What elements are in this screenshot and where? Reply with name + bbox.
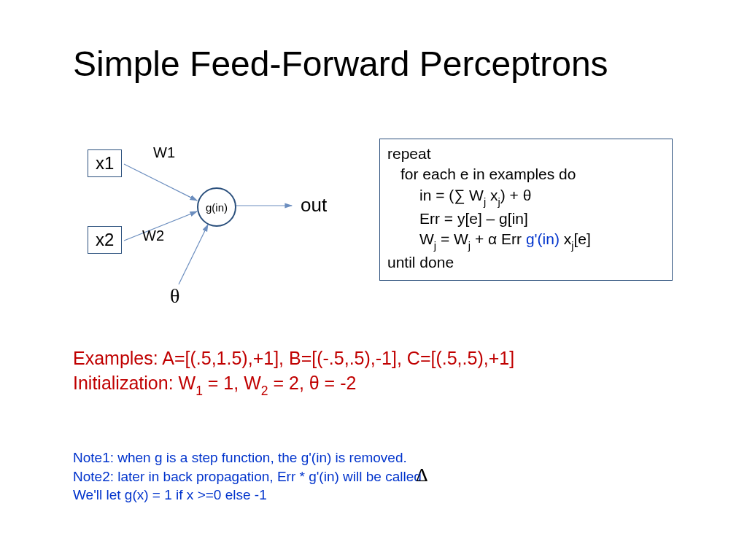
algo-line-3: in = (∑ Wj xj) + θ (387, 185, 665, 209)
svg-line-0 (124, 164, 197, 201)
examples-block: Examples: A=[(.5,1.5),+1], B=[(-.5,.5),-… (73, 346, 514, 398)
notes-block: Note1: when g is a step function, the g'… (73, 448, 422, 505)
perceptron-diagram: x1 x2 W1 W2 g(in) θ out (73, 139, 365, 328)
activation-node: g(in) (197, 187, 236, 227)
page-title: Simple Feed-Forward Perceptrons (73, 44, 608, 84)
examples-line: Examples: A=[(.5,1.5),+1], B=[(-.5,.5),-… (73, 346, 514, 371)
input-x1-label: x1 (96, 153, 114, 173)
theta-label: θ (170, 284, 179, 308)
algo-line-1: repeat (387, 144, 665, 164)
output-label: out (301, 194, 327, 217)
initialization-line: Initialization: W1 = 1, W2 = 2, θ = -2 (73, 371, 514, 399)
note-3: We'll let g(x) = 1 if x >=0 else -1 (73, 486, 422, 505)
g-prime-highlight: g'(in) (526, 230, 560, 247)
delta-symbol: Δ (416, 464, 428, 486)
note-1: Note1: when g is a step function, the g'… (73, 448, 422, 467)
algo-line-4: Err = y[e] – g[in] (387, 209, 665, 229)
weight-w2-label: W2 (142, 228, 164, 244)
weight-w1-label: W1 (153, 144, 175, 161)
input-x2-label: x2 (96, 230, 114, 249)
input-x2-box: x2 (88, 226, 122, 254)
algo-line-5: Wj = Wj + α Err g'(in) xj[e] (387, 229, 665, 252)
activation-node-label: g(in) (206, 201, 228, 214)
algo-line-6: until done (387, 252, 665, 273)
note-2: Note2: later in back propagation, Err * … (73, 467, 422, 486)
input-x1-box: x1 (88, 149, 122, 177)
slide: Simple Feed-Forward Perceptrons x1 x2 W1… (0, 0, 747, 560)
algo-line-2: for each e in examples do (387, 164, 665, 184)
svg-line-2 (179, 225, 208, 284)
algorithm-box: repeat for each e in examples do in = (∑… (379, 139, 673, 281)
